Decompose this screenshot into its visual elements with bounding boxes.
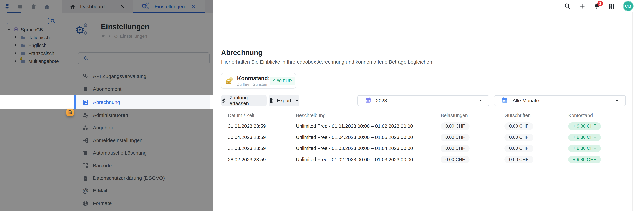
- cell-debit: 0.00 CHF: [436, 143, 498, 154]
- debit-badge: 0.00 CHF: [441, 122, 470, 130]
- avatar[interactable]: CB: [623, 1, 634, 12]
- credit-badge: 0.00 CHF: [504, 156, 533, 163]
- cell-description: Unlimited Free - 01.04.2023 00:00 – 01.0…: [285, 132, 436, 143]
- month-select[interactable]: Alle Monate: [494, 95, 626, 106]
- cell-credit: 0.00 CHF: [498, 143, 562, 154]
- debit-badge: 0.00 CHF: [441, 156, 470, 163]
- table-header-kontostand: Kontostand: [562, 110, 626, 121]
- cell-balance: + 9.80 CHF: [562, 132, 626, 143]
- cell-balance: + 9.80 CHF: [562, 121, 626, 132]
- button-label: Zahlung erfassen: [230, 95, 267, 106]
- plus-icon[interactable]: [578, 2, 586, 10]
- billing-table: Datum / Zeit Beschreibung Belastungen Gu…: [221, 110, 626, 165]
- tour-overlay-bottom: [0, 109, 213, 211]
- balance-badge: + 9.80 CHF: [568, 134, 601, 141]
- search-icon[interactable]: [564, 2, 571, 10]
- cell-datetime: 31.01.2023 23:59: [221, 121, 285, 132]
- billing-title: Abrechnung: [221, 49, 262, 57]
- balance-badge: + 9.80 CHF: [568, 122, 601, 130]
- year-select-value: 2023: [376, 98, 387, 104]
- cell-debit: 0.00 CHF: [436, 132, 498, 143]
- cell-datetime: 28.02.2023 23:59: [221, 154, 285, 165]
- balance-texts: Kontostand: Zu Ihren Gunsten: [237, 75, 270, 87]
- notification-badge: 1: [598, 0, 603, 6]
- chevron-down-icon: [615, 98, 620, 104]
- scrollbar[interactable]: [632, 12, 632, 211]
- balance-badge: + 9.80 CHF: [568, 156, 601, 163]
- year-select[interactable]: 2023: [358, 95, 489, 106]
- calendar-icon: [502, 97, 508, 104]
- cell-datetime: 30.04.2023 23:59: [221, 132, 285, 143]
- table-header-beschreibung: Beschreibung: [285, 110, 436, 121]
- chevron-down-icon: [478, 98, 483, 104]
- debit-badge: 0.00 CHF: [441, 144, 470, 152]
- balance-sublabel: Zu Ihren Gunsten: [237, 82, 270, 87]
- balance-badge: + 9.80 CHF: [568, 144, 601, 152]
- billing-subtitle: Hier erhalten Sie Einblicke in Ihre edoo…: [221, 59, 434, 65]
- balance-card: Kontostand: Zu Ihren Gunsten 9.80 EUR: [221, 73, 296, 88]
- cell-description: Unlimited Free - 01.01.2023 00:00 – 01.0…: [285, 121, 436, 132]
- credit-badge: 0.00 CHF: [504, 144, 533, 152]
- balance-label: Kontostand:: [237, 75, 270, 82]
- table-header-gutschriften: Gutschriften: [498, 110, 562, 121]
- cell-credit: 0.00 CHF: [498, 154, 562, 165]
- coins-icon: [225, 76, 234, 85]
- record-payment-button[interactable]: Zahlung erfassen: [221, 95, 267, 106]
- abacus-icon: [82, 99, 88, 106]
- cell-description: Unlimited Free - 01.02.2023 00:00 – 01.0…: [285, 154, 436, 165]
- top-bar: 1 CB: [213, 0, 644, 12]
- export-icon: [268, 98, 274, 104]
- button-label: Export: [277, 98, 291, 104]
- credit-badge: 0.00 CHF: [504, 134, 533, 141]
- export-button[interactable]: Export: [268, 95, 299, 106]
- grid-icon[interactable]: [608, 2, 615, 10]
- credit-badge: 0.00 CHF: [504, 122, 533, 130]
- cell-datetime: 31.03.2023 23:59: [221, 143, 285, 154]
- cell-debit: 0.00 CHF: [436, 154, 498, 165]
- table-header-datum-zeit: Datum / Zeit: [221, 110, 285, 121]
- tour-step-badge[interactable]: B: [66, 109, 74, 116]
- month-select-value: Alle Monate: [512, 98, 539, 104]
- table-header-belastungen: Belastungen: [436, 110, 498, 121]
- coins-icon: [221, 98, 226, 104]
- debit-badge: 0.00 CHF: [441, 134, 470, 141]
- calendar-icon: [365, 97, 372, 104]
- bell-icon[interactable]: 1: [593, 2, 600, 10]
- cell-credit: 0.00 CHF: [498, 121, 562, 132]
- sidebar-item-abrechnung[interactable]: Abrechnung: [74, 95, 210, 109]
- tour-overlay-top: [0, 0, 213, 95]
- cell-description: Unlimited Free - 01.03.2023 00:00 – 01.0…: [285, 143, 436, 154]
- active-item-indicator: [74, 95, 76, 109]
- cell-balance: + 9.80 CHF: [562, 143, 626, 154]
- app-screen: SprachCB Italienisch Englisch Französisc…: [0, 0, 644, 211]
- cell-balance: + 9.80 CHF: [562, 154, 626, 165]
- balance-amount-badge: 9.80 EUR: [270, 77, 295, 85]
- cell-debit: 0.00 CHF: [436, 121, 498, 132]
- cell-credit: 0.00 CHF: [498, 132, 562, 143]
- chevron-down-icon: [294, 98, 299, 103]
